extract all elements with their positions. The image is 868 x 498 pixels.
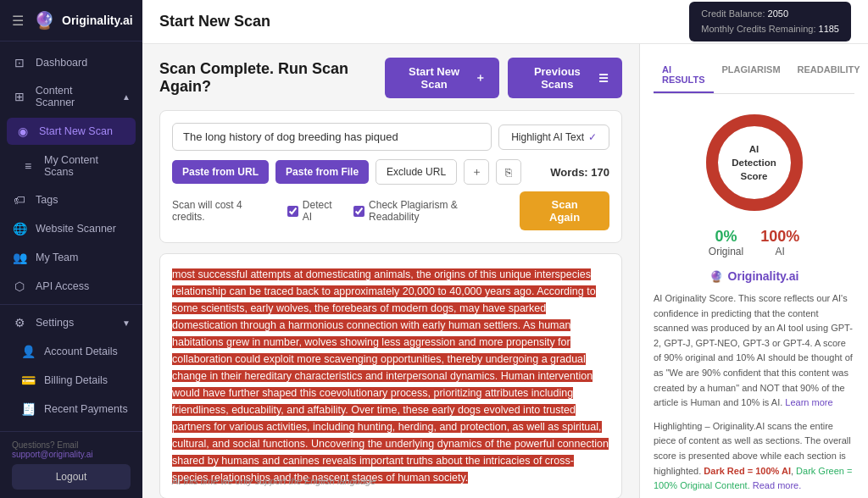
credit-info: Credit Balance: 2050 Monthly Credits Rem… [689, 2, 851, 42]
sidebar-header: ☰ 🔮 Originality.ai [0, 0, 142, 42]
donut-text: AI Detection Score [726, 142, 782, 183]
sidebar-item-settings[interactable]: ⚙ Settings ▼ [0, 308, 142, 337]
add-icon-button[interactable]: ＋ [464, 159, 489, 185]
tags-icon: 🏷 [12, 193, 27, 207]
api-icon: ⬡ [12, 279, 27, 293]
sidebar-item-label: Content Scanner [36, 85, 114, 108]
checkmark-icon: ✓ [588, 131, 597, 143]
highlight-btn-label: Highlight AI Text [511, 131, 584, 143]
support-text: Questions? Email support@originality.ai [12, 440, 131, 459]
sidebar-item-label: Tags [36, 194, 58, 206]
detect-ai-checkbox-label[interactable]: Detect AI [287, 199, 343, 223]
original-pct: 0% [709, 228, 743, 246]
word-count: Words: 170 [550, 166, 609, 179]
tab-readability[interactable]: READABILITY [789, 58, 868, 93]
sidebar-nav: ⊡ Dashboard ⊞ Content Scanner ▲ ◉ Start … [0, 42, 142, 431]
exclude-url-button[interactable]: Exclude URL [376, 159, 457, 185]
sidebar-item-tags[interactable]: 🏷 Tags [0, 185, 142, 214]
payments-icon: 🧾 [20, 402, 36, 416]
sidebar-item-website-scanner[interactable]: 🌐 Website Scanner [0, 214, 142, 243]
website-scanner-icon: 🌐 [12, 222, 27, 235]
text-input-row: Highlight AI Text ✓ [172, 123, 609, 151]
main-area: Start New Scan Credit Balance: 2050 Mont… [142, 0, 868, 498]
paste-file-button[interactable]: Paste from File [275, 160, 369, 184]
sidebar-item-my-team[interactable]: 👥 My Team [0, 243, 142, 272]
result-description: AI Originality Score. This score reflect… [654, 291, 854, 411]
sidebar: ☰ 🔮 Originality.ai ⊡ Dashboard ⊞ Content… [0, 0, 142, 498]
paste-url-button[interactable]: Paste from URL [172, 160, 269, 184]
sidebar-footer: Questions? Email support@originality.ai … [0, 431, 142, 498]
sidebar-item-label: API Access [36, 280, 89, 292]
scan-again-button[interactable]: Scan Again [520, 191, 609, 230]
monthly-credits-value: 1185 [819, 24, 839, 34]
scan-complete-title: Scan Complete. Run Scan Again? [159, 60, 385, 96]
credit-balance-label: Credit Balance: [701, 8, 765, 19]
chevron-down-icon: ▼ [122, 318, 131, 328]
scan-cost: Scan will cost 4 credits. [172, 199, 277, 223]
brand-name-label: Originality.ai [728, 269, 799, 283]
sidebar-item-recent-payments[interactable]: 🧾 Recent Payments [0, 395, 142, 423]
content-scanner-icon: ⊞ [12, 90, 27, 103]
previous-scans-label: Previous Scans [521, 65, 593, 91]
logout-button[interactable]: Logout [12, 464, 131, 490]
check-plagiarism-checkbox-label[interactable]: Check Plagiarism & Readability [353, 199, 509, 223]
menu-icon[interactable]: ☰ [12, 13, 24, 29]
right-panel: AI RESULTS PLAGIARISM READABILITY [639, 44, 868, 498]
start-new-scan-button[interactable]: Start New Scan ＋ [385, 58, 498, 98]
sidebar-item-label: My Content Scans [44, 154, 131, 178]
sidebar-item-label: Website Scanner [36, 223, 116, 235]
sidebar-item-label: My Team [36, 252, 78, 263]
score-labels: 0% Original 100% AI [654, 228, 854, 257]
sidebar-item-label: Billing Details [44, 374, 108, 386]
brand-name: Originality.ai [62, 14, 133, 27]
sidebar-item-billing-details[interactable]: 💳 Billing Details [0, 366, 142, 395]
scan-complete-header: Scan Complete. Run Scan Again? Start New… [159, 58, 622, 98]
sidebar-item-label: Recent Payments [44, 403, 128, 415]
left-panel: Scan Complete. Run Scan Again? Start New… [142, 44, 639, 498]
originality-brand: 🔮 Originality.ai [654, 269, 854, 283]
sidebar-item-start-new-scan[interactable]: ◉ Start New Scan [7, 118, 136, 145]
brand-logo-icon: 🔮 [709, 270, 723, 283]
sidebar-item-my-content-scans[interactable]: ≡ My Content Scans [0, 147, 142, 185]
topbar: Start New Scan Credit Balance: 2050 Mont… [142, 0, 868, 44]
monthly-credits-label: Monthly Credits Remaining: [701, 24, 815, 34]
ai-score: 100% AI [760, 228, 799, 257]
donut-container: AI Detection Score [654, 108, 854, 218]
sidebar-item-label: Start New Scan [39, 125, 113, 137]
text-content-area: most successful attempts at domesticatin… [159, 253, 622, 498]
copy-icon-button[interactable]: ⎘ [496, 159, 521, 185]
check-plagiarism-label: Check Plagiarism & Readability [369, 199, 509, 223]
language-notice: At this time we only support the English… [172, 474, 376, 490]
previous-scans-button[interactable]: Previous Scans ☰ [508, 58, 622, 98]
ai-label: AI [760, 246, 799, 257]
start-scan-icon: ◉ [15, 125, 31, 138]
settings-icon: ⚙ [12, 316, 27, 329]
sidebar-item-content-scanner[interactable]: ⊞ Content Scanner ▲ [0, 77, 142, 116]
original-label: Original [709, 246, 743, 257]
sidebar-item-label: Account Details [44, 346, 118, 357]
highlight-ai-text-button[interactable]: Highlight AI Text ✓ [498, 125, 609, 150]
scan-text-input[interactable] [172, 123, 492, 151]
sidebar-item-dashboard[interactable]: ⊡ Dashboard [0, 48, 142, 77]
sidebar-item-label: Dashboard [36, 57, 87, 69]
scan-settings: Scan will cost 4 credits. Detect AI Chec… [172, 191, 609, 230]
check-plagiarism-checkbox[interactable] [353, 206, 364, 217]
tab-ai-results[interactable]: AI RESULTS [654, 58, 714, 93]
start-new-scan-label: Start New Scan [398, 65, 469, 91]
result-highlight-note: Highlighting – Originality.AI scans the … [654, 419, 854, 494]
billing-icon: 💳 [20, 374, 36, 387]
detect-ai-label: Detect AI [303, 199, 343, 223]
plus-icon: ＋ [475, 70, 486, 86]
sidebar-item-account-details[interactable]: 👤 Account Details [0, 337, 142, 366]
sidebar-item-credit-subscription[interactable]: 💰 Credit Subscription [0, 423, 142, 431]
learn-more-link[interactable]: Learn more [785, 397, 832, 407]
team-icon: 👥 [12, 251, 27, 264]
list-icon: ☰ [598, 72, 609, 85]
read-more-link[interactable]: Read more. [753, 480, 801, 490]
detect-ai-checkbox[interactable] [287, 206, 298, 217]
support-email-link[interactable]: support@originality.ai [12, 450, 93, 459]
dark-red-label: Dark Red = 100% AI [704, 466, 791, 476]
donut-chart: AI Detection Score [699, 108, 810, 218]
sidebar-item-api-access[interactable]: ⬡ API Access [0, 272, 142, 301]
tab-plagiarism[interactable]: PLAGIARISM [714, 58, 789, 93]
